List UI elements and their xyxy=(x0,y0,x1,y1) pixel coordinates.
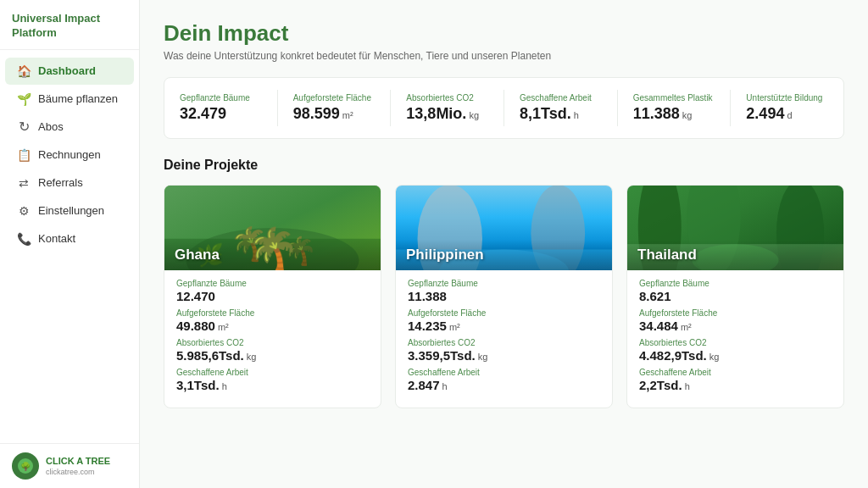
sidebar-item-dashboard[interactable]: 🏠 Dashboard xyxy=(5,58,134,85)
sidebar-item-einstellungen[interactable]: ⚙ Einstellungen xyxy=(5,197,134,225)
footer-brand-url: clickatree.com xyxy=(46,468,110,476)
project-image-philippinen: Philippinen xyxy=(396,186,612,270)
proj-stat-value: 12.470 xyxy=(176,289,369,303)
stat-gepflanzte-baume: Gepflanzte Bäume 32.479 xyxy=(164,90,278,126)
stat-value: 11.388 kg xyxy=(633,105,715,123)
stat-label: Aufgeforstete Fläche xyxy=(293,93,376,103)
invoice-icon: 📋 xyxy=(17,148,31,162)
stat-label: Gesammeltes Plastik xyxy=(633,93,715,103)
project-name-philippinen: Philippinen xyxy=(396,240,612,270)
sidebar: Universal ImpactPlatform 🏠 Dashboard 🌱 B… xyxy=(0,0,140,488)
stat-value: 32.479 xyxy=(180,105,262,123)
sidebar-item-label: Bäume pflanzen xyxy=(38,92,118,105)
proj-stat-value: 8.621 xyxy=(639,289,832,303)
stat-value: 13,8Mio. kg xyxy=(406,105,488,123)
project-name-thailand: Thailand xyxy=(627,240,843,270)
project-card-ghana[interactable]: 🌴 🌴 🌿 Ghana Gepflanzte Bäume 12.470 Aufg… xyxy=(164,185,381,408)
referral-icon: ⇄ xyxy=(17,176,31,190)
stat-label: Absorbiertes CO2 xyxy=(406,93,488,103)
proj-stat: Gepflanzte Bäume 8.621 xyxy=(639,279,832,303)
stat-arbeit: Geschaffene Arbeit 8,1Tsd. h xyxy=(504,90,618,126)
proj-stat-label: Gepflanzte Bäume xyxy=(408,279,600,288)
svg-text:🌳: 🌳 xyxy=(20,461,31,472)
proj-stat-label: Geschaffene Arbeit xyxy=(639,368,832,377)
sidebar-item-baume[interactable]: 🌱 Bäume pflanzen xyxy=(5,86,134,113)
proj-stat-label: Geschaffene Arbeit xyxy=(176,368,369,377)
proj-stat-label: Aufgeforstete Fläche xyxy=(408,308,600,318)
stat-value: 98.599 m² xyxy=(293,105,376,123)
proj-stat-label: Geschaffene Arbeit xyxy=(408,368,600,377)
proj-stat: Absorbiertes CO2 3.359,5Tsd. kg xyxy=(408,338,600,363)
proj-stat: Aufgeforstete Fläche 14.235 m² xyxy=(408,308,600,333)
project-image-thailand: Thailand xyxy=(627,186,843,270)
sidebar-item-abos[interactable]: ↻ Abos xyxy=(5,114,134,141)
proj-stat: Absorbiertes CO2 4.482,9Tsd. kg xyxy=(639,338,832,363)
tree-icon: 🌱 xyxy=(17,92,31,106)
proj-stat-label: Aufgeforstete Fläche xyxy=(639,308,832,318)
proj-stat-value: 2,2Tsd. h xyxy=(639,378,832,392)
proj-stat: Geschaffene Arbeit 3,1Tsd. h xyxy=(176,368,369,392)
proj-stat-value: 34.484 m² xyxy=(639,319,832,333)
proj-stat-label: Gepflanzte Bäume xyxy=(639,279,832,288)
contact-icon: 📞 xyxy=(17,232,31,246)
stat-plastik: Gesammeltes Plastik 11.388 kg xyxy=(618,90,732,126)
sidebar-item-label: Dashboard xyxy=(38,64,96,77)
footer-brand-name: CLICK A TREE xyxy=(46,456,110,467)
sidebar-item-referrals[interactable]: ⇄ Referrals xyxy=(5,169,134,197)
refresh-icon: ↻ xyxy=(17,120,31,134)
sidebar-footer: 🌳 CLICK A TREE clickatree.com xyxy=(0,443,139,488)
projects-grid: 🌴 🌴 🌿 Ghana Gepflanzte Bäume 12.470 Aufg… xyxy=(164,185,844,408)
stat-label: Gepflanzte Bäume xyxy=(180,93,262,103)
proj-stat-value: 14.235 m² xyxy=(408,319,600,333)
proj-stat-value: 49.880 m² xyxy=(176,319,369,333)
projects-section-title: Deine Projekte xyxy=(164,158,844,173)
sidebar-item-rechnungen[interactable]: 📋 Rechnungen xyxy=(5,141,134,169)
project-stats-philippinen: Gepflanzte Bäume 11.388 Aufgeforstete Fl… xyxy=(396,270,612,408)
proj-stat: Aufgeforstete Fläche 34.484 m² xyxy=(639,308,832,333)
sidebar-item-label: Einstellungen xyxy=(38,204,104,217)
gear-icon: ⚙ xyxy=(17,204,31,218)
project-name-ghana: Ghana xyxy=(164,240,381,270)
page-subtitle: Was deine Unterstützung konkret bedeutet… xyxy=(164,50,844,62)
proj-stat-value: 4.482,9Tsd. kg xyxy=(639,348,832,363)
proj-stat: Geschaffene Arbeit 2.847 h xyxy=(408,368,600,392)
proj-stat-value: 3,1Tsd. h xyxy=(176,378,369,392)
proj-stat-label: Absorbiertes CO2 xyxy=(408,338,600,347)
project-card-thailand[interactable]: Thailand Gepflanzte Bäume 8.621 Aufgefor… xyxy=(626,185,844,408)
proj-stat-value: 5.985,6Tsd. kg xyxy=(176,348,369,363)
stats-bar: Gepflanzte Bäume 32.479 Aufgeforstete Fl… xyxy=(164,77,844,139)
proj-stat: Gepflanzte Bäume 12.470 xyxy=(176,279,369,303)
proj-stat-value: 2.847 h xyxy=(408,378,600,392)
sidebar-brand: Universal ImpactPlatform xyxy=(0,0,139,50)
sidebar-item-label: Kontakt xyxy=(38,232,75,245)
proj-stat-value: 11.388 xyxy=(408,289,600,303)
stat-label: Geschaffene Arbeit xyxy=(520,93,602,103)
page-title: Dein Impact xyxy=(164,20,844,47)
stat-label: Unterstützte Bildung xyxy=(746,93,828,103)
stat-value: 2.494 d xyxy=(746,105,828,123)
sidebar-item-label: Abos xyxy=(38,120,64,133)
project-stats-ghana: Gepflanzte Bäume 12.470 Aufgeforstete Fl… xyxy=(164,270,381,408)
proj-stat: Aufgeforstete Fläche 49.880 m² xyxy=(176,308,369,333)
footer-logo-img: 🌳 xyxy=(12,452,39,480)
proj-stat-label: Aufgeforstete Fläche xyxy=(176,308,369,318)
stat-aufgeforstete: Aufgeforstete Fläche 98.599 m² xyxy=(278,90,392,126)
home-icon: 🏠 xyxy=(17,64,31,78)
proj-stat: Geschaffene Arbeit 2,2Tsd. h xyxy=(639,368,832,392)
proj-stat-value: 3.359,5Tsd. kg xyxy=(408,348,600,363)
project-stats-thailand: Gepflanzte Bäume 8.621 Aufgeforstete Flä… xyxy=(627,270,843,408)
project-card-philippinen[interactable]: Philippinen Gepflanzte Bäume 11.388 Aufg… xyxy=(395,185,613,408)
sidebar-item-label: Rechnungen xyxy=(38,148,101,161)
stat-co2: Absorbiertes CO2 13,8Mio. kg xyxy=(391,90,504,126)
project-image-ghana: 🌴 🌴 🌿 Ghana xyxy=(164,186,381,270)
footer-brand-text: CLICK A TREE clickatree.com xyxy=(46,456,110,475)
sidebar-nav: 🏠 Dashboard 🌱 Bäume pflanzen ↻ Abos 📋 Re… xyxy=(0,50,139,443)
proj-stat-label: Absorbiertes CO2 xyxy=(176,338,369,347)
proj-stat: Absorbiertes CO2 5.985,6Tsd. kg xyxy=(176,338,369,363)
proj-stat: Gepflanzte Bäume 11.388 xyxy=(408,279,600,303)
stat-value: 8,1Tsd. h xyxy=(520,105,602,123)
sidebar-item-kontakt[interactable]: 📞 Kontakt xyxy=(5,225,134,252)
proj-stat-label: Gepflanzte Bäume xyxy=(176,279,369,288)
proj-stat-label: Absorbiertes CO2 xyxy=(639,338,832,347)
sidebar-item-label: Referrals xyxy=(38,176,83,189)
